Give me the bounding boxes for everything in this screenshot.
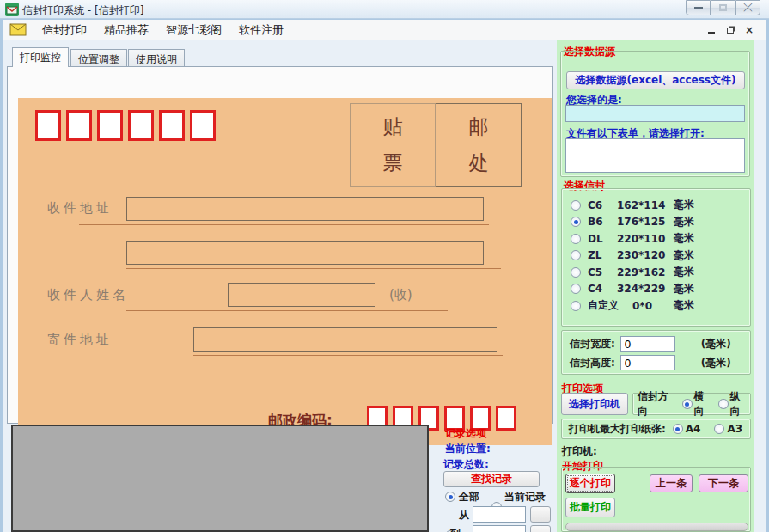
select-data-source-button[interactable]: 选择数据源(excel、access文件) <box>566 71 745 89</box>
sender-address-input[interactable] <box>193 327 497 352</box>
radio-landscape[interactable] <box>682 399 693 409</box>
envelope-size-option[interactable]: C5 229*162 毫米 <box>571 264 750 281</box>
tab-panel: 贴 票 邮 处 收件地址 收件人姓名 <box>7 66 553 424</box>
menu-item-recommend[interactable]: 精品推荐 <box>95 19 157 41</box>
recipient-tag: (收) <box>389 287 412 303</box>
postal-code-boxes-top <box>35 110 216 141</box>
landscape-label: 横向 <box>694 389 714 419</box>
select-printer-button[interactable]: 选择打印机 <box>561 393 628 415</box>
tab-position-adjust[interactable]: 位置调整 <box>70 49 127 67</box>
child-minimize-button[interactable] <box>705 24 718 36</box>
envelope-menu-icon <box>9 23 27 36</box>
right-panel: 选择数据源 选择数据源(excel、access文件) 您选择的是: 文件有以下… <box>557 40 754 532</box>
stamp-char: 处 <box>469 150 489 176</box>
envelope-size-option[interactable]: C4 324*229 毫米 <box>571 281 750 298</box>
radio-b6[interactable] <box>571 217 581 227</box>
from-spinner-button[interactable] <box>530 506 551 523</box>
radio-zl[interactable] <box>571 250 581 260</box>
app-logo-icon <box>5 3 19 16</box>
tab-print-monitor[interactable]: 打印监控 <box>12 47 69 67</box>
next-button[interactable]: 下一条 <box>699 474 748 492</box>
postal-box <box>128 110 154 141</box>
radio-a4[interactable] <box>673 424 683 434</box>
stamp-char: 票 <box>383 150 403 176</box>
width-label: 信封宽度: <box>570 337 615 352</box>
recipient-address-label: 收件地址 <box>47 200 113 217</box>
radio-portrait[interactable] <box>718 399 729 409</box>
to-label: 到 <box>450 527 461 532</box>
maximize-icon <box>719 4 727 11</box>
radio-c5[interactable] <box>571 267 581 278</box>
portrait-label: 纵向 <box>730 389 750 419</box>
name-underline <box>126 310 448 311</box>
a4-label: A4 <box>686 423 701 435</box>
record-preview-panel <box>11 425 429 532</box>
find-records-button[interactable]: 查找记录 <box>443 471 540 487</box>
printer-label: 打印机: <box>562 444 597 459</box>
menu-item-zhiyuan[interactable]: 智源七彩阁 <box>157 19 230 41</box>
postal-box <box>159 110 185 141</box>
stamp-char: 贴 <box>383 113 403 140</box>
envelope-size-option[interactable]: ZL 230*120 毫米 <box>571 248 750 265</box>
envelope-size-option[interactable]: C6 162*114 毫米 <box>571 197 750 214</box>
radio-c6[interactable] <box>571 200 581 211</box>
sender-underline <box>193 355 503 356</box>
child-restore-icon <box>727 28 734 34</box>
radio-all-label: 全部 <box>459 490 479 504</box>
radio-c4[interactable] <box>571 284 581 294</box>
postal-box <box>496 406 516 431</box>
app-window: 信封打印系统 - [信封打印] ⤫ 信封打印 精品推荐 智源七彩阁 软件注册 ×… <box>0 0 769 532</box>
stamp-box-left: 贴 票 <box>350 103 436 187</box>
child-minimize-icon <box>708 32 715 34</box>
a3-label: A3 <box>727 423 742 435</box>
total-records-label: 记录总数: <box>443 457 489 472</box>
child-close-icon: × <box>745 24 754 36</box>
radio-all[interactable] <box>445 492 455 502</box>
height-unit: (毫米) <box>701 356 731 370</box>
menu-item-register[interactable]: 软件注册 <box>230 19 292 41</box>
stamp-char: 邮 <box>469 113 489 140</box>
menu-item-envelope-print[interactable]: 信封打印 <box>34 19 95 41</box>
envelope-size-option[interactable]: DL 220*110 毫米 <box>571 230 750 248</box>
window-title: 信封打印系统 - [信封打印] <box>22 3 143 18</box>
width-input[interactable] <box>620 336 675 352</box>
selected-value-field[interactable] <box>565 105 745 122</box>
paper-group: 打印机最大打印纸张: A4 A3 <box>561 419 751 439</box>
recipient-address-input-2[interactable] <box>126 241 484 265</box>
custom-size-group: 信封宽度: (毫米) 信封高度: (毫米) <box>561 330 751 375</box>
envelope-preview: 贴 票 邮 处 收件地址 收件人姓名 <box>18 98 552 445</box>
radio-dl[interactable] <box>571 234 581 244</box>
client-area: 打印监控 位置调整 使用说明 贴 票 <box>3 40 766 532</box>
current-position-label: 当前位置: <box>445 442 491 456</box>
postal-box <box>97 110 123 141</box>
postal-box <box>66 110 92 141</box>
sender-address-label: 寄件地址 <box>47 332 113 348</box>
width-unit: (毫米) <box>701 337 731 352</box>
from-label: 从 <box>459 508 469 523</box>
envelope-size-option[interactable]: B6 176*125 毫米 <box>571 214 750 231</box>
radio-a3[interactable] <box>714 424 724 434</box>
from-input[interactable] <box>473 506 526 523</box>
close-button[interactable]: ⤫ <box>735 0 760 15</box>
to-spinner-button[interactable] <box>530 525 551 532</box>
envelope-size-option[interactable]: 自定义 0*0 毫米 <box>571 297 750 315</box>
radio-custom[interactable] <box>571 301 581 311</box>
print-one-by-one-button[interactable]: 逐个打印 <box>565 474 615 493</box>
minimize-button[interactable] <box>686 0 711 15</box>
child-restore-button[interactable] <box>723 24 737 36</box>
sheets-listbox[interactable] <box>565 138 745 173</box>
batch-print-button[interactable]: 批量打印 <box>565 498 615 517</box>
to-input[interactable] <box>473 525 526 532</box>
recipient-name-input[interactable] <box>228 283 375 307</box>
previous-button[interactable]: 上一条 <box>650 474 693 492</box>
maximize-button[interactable] <box>711 0 735 15</box>
address-underline <box>126 268 501 269</box>
tab-instructions[interactable]: 使用说明 <box>128 49 185 67</box>
child-close-button[interactable]: × <box>742 24 756 36</box>
direction-label: 信封方向 <box>638 389 678 419</box>
paper-label: 打印机最大打印纸张: <box>569 422 666 437</box>
recipient-address-input-1[interactable] <box>126 197 484 221</box>
height-input[interactable] <box>620 355 675 370</box>
stamp-box-right: 邮 处 <box>436 103 522 187</box>
menu-bar: 信封打印 精品推荐 智源七彩阁 软件注册 × <box>3 20 766 40</box>
